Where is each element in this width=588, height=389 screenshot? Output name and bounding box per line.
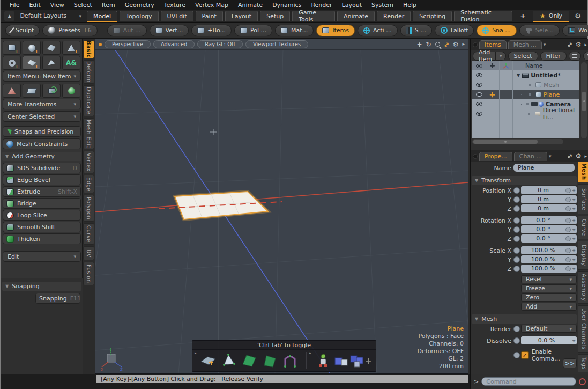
mesh-constraints-button[interactable]: Mesh Constraints <box>3 138 81 149</box>
rotate-tool-button[interactable] <box>42 84 61 98</box>
raygl-button[interactable]: Ray GL: Off <box>197 40 243 48</box>
mini-slider-icon[interactable] <box>565 197 571 202</box>
view-type-button[interactable]: Perspective <box>105 40 151 48</box>
tab-basic[interactable]: Basic <box>83 40 94 58</box>
zoom-icon[interactable] <box>435 42 440 47</box>
vertical-scrollbar[interactable] <box>581 62 587 138</box>
panel-arrow-icon[interactable]: ▸ <box>584 42 587 47</box>
spinner-icon[interactable]: ◂▸ <box>572 188 575 193</box>
layout-tab-scripting[interactable]: Scripting <box>413 11 452 21</box>
spinner-icon[interactable]: ◂▸ <box>572 206 575 211</box>
tree-expand-icon[interactable]: ▼ <box>517 73 520 78</box>
scale-z-field[interactable]: 100.0 % ◂▸ <box>521 265 577 273</box>
layout-tab-game-tools[interactable]: Game Tools <box>292 11 335 21</box>
tab-user-channels[interactable]: User Channels <box>578 305 588 353</box>
more-transforms-dropdown[interactable]: More Transforms ▾ <box>3 99 81 109</box>
record-macro-icon[interactable] <box>579 378 586 385</box>
edit-dropdown[interactable]: Edit ▾ <box>3 251 81 262</box>
shading-mode-button[interactable]: Advanced <box>153 40 195 48</box>
menu-render[interactable]: Render <box>307 2 336 9</box>
tab-display[interactable]: Display <box>578 241 588 270</box>
gear-icon[interactable]: ⚙ <box>576 41 582 48</box>
tab-duplicate[interactable]: Duplicate <box>83 85 94 116</box>
menu-vertex-map[interactable]: Vertex Map <box>191 2 233 9</box>
extrude-button[interactable]: Extrude Shift-X <box>3 186 81 197</box>
snapping-toggle-button[interactable]: Snapping F11 <box>35 293 80 304</box>
tab-vertex[interactable]: Vertex <box>83 151 94 173</box>
position-x-field[interactable]: 0 m ◂▸ <box>521 186 577 194</box>
spinner-icon[interactable]: ◂▸ <box>572 218 575 223</box>
chevron-down-icon[interactable]: ▾ <box>549 153 552 159</box>
rotation-x-field[interactable]: 0.0 ° ◂▸ <box>521 216 577 224</box>
polygon-tool-button[interactable] <box>3 84 21 98</box>
sds-subdivide-button[interactable]: SDS Subdivide D <box>3 163 81 173</box>
snapping-section-header[interactable]: ▼ Snapping <box>2 282 81 291</box>
tab-deform[interactable]: Deform <box>83 60 94 84</box>
gear-icon[interactable]: ⚙ <box>572 11 584 21</box>
layout-tab-setup[interactable]: Setup <box>260 11 290 21</box>
mini-slider-icon[interactable] <box>565 206 571 211</box>
menu-help[interactable]: Help <box>399 2 421 9</box>
freeze-dropdown[interactable]: Freeze ▾ <box>521 284 577 292</box>
channel-state-icon[interactable] <box>513 226 520 233</box>
scale-y-field[interactable]: 100.0 % ◂▸ <box>521 255 577 263</box>
channel-state-icon[interactable] <box>513 337 520 344</box>
menu-dynamics[interactable]: Dynamics <box>268 2 306 9</box>
layout-tab-animate[interactable]: Animate <box>337 11 375 21</box>
eye-icon[interactable] <box>476 92 482 97</box>
bridge-button[interactable]: Bridge <box>3 198 81 209</box>
horizontal-scrollbar[interactable] <box>472 139 563 144</box>
spinner-icon[interactable]: ◂▸ <box>572 257 575 262</box>
pan-icon[interactable]: + <box>417 41 422 48</box>
tab-uv[interactable]: UV <box>83 246 94 260</box>
snaps-and-precision-button[interactable]: Snaps and Precision <box>3 126 81 137</box>
panel-corner-icon[interactable] <box>473 154 478 159</box>
gear-icon[interactable]: ⚙ <box>453 41 459 48</box>
spinner-icon[interactable]: ◂▸ <box>572 338 575 343</box>
new-cylinder-button[interactable] <box>42 41 61 55</box>
menu-file[interactable]: File <box>5 2 24 9</box>
falloff-button[interactable]: Falloff <box>435 25 474 36</box>
scale-x-field[interactable]: 100.0 % ◂▸ <box>521 246 577 254</box>
rotate-icon[interactable]: ↻ <box>426 41 431 48</box>
mesh-ops-group-tool-icon[interactable] <box>349 353 366 368</box>
layout-tab-paint[interactable]: Paint <box>196 11 223 21</box>
channel-state-icon[interactable] <box>513 196 520 203</box>
smooth-shift-button[interactable]: Smooth Shift <box>3 222 81 232</box>
3d-viewport[interactable]: Perspective Advanced Ray GL: Off Viewpor… <box>95 39 468 374</box>
name-field[interactable]: Plane <box>513 164 575 172</box>
select-through-button[interactable]: Sele... <box>519 25 560 36</box>
tab-mesh-edit[interactable]: Mesh Edit <box>83 118 94 149</box>
channel-state-icon[interactable] <box>513 326 520 332</box>
thicken-button[interactable]: Thicken <box>3 233 81 244</box>
tab-edge[interactable]: Edge <box>83 175 94 193</box>
action-center-button[interactable]: Acti ... <box>358 25 398 36</box>
item-row-scene[interactable]: ▼ Untitled* <box>472 70 579 80</box>
actor-tool-icon[interactable] <box>315 353 332 368</box>
new-sphere-button[interactable] <box>23 41 41 55</box>
pin-icon[interactable]: ▲ <box>4 11 14 21</box>
channel-state-icon[interactable] <box>513 217 520 224</box>
channel-state-icon[interactable] <box>513 256 520 263</box>
snapping-button[interactable]: Sna ... <box>477 25 517 36</box>
add-dropdown[interactable]: Add ▾ <box>521 303 577 311</box>
eye-icon[interactable] <box>476 83 482 87</box>
tab-curve[interactable]: Curve <box>83 223 94 245</box>
add-layout-tab-button[interactable]: + <box>515 12 531 20</box>
mini-slider-icon[interactable] <box>565 257 571 262</box>
boundary-mode-button[interactable]: +Bo... <box>191 25 232 36</box>
reset-dropdown[interactable]: Reset ▾ <box>521 275 577 283</box>
arch-tool-icon[interactable] <box>281 353 299 368</box>
panel-arrow-icon[interactable]: ▸ <box>462 42 465 47</box>
tab-curve-props[interactable]: Curve <box>578 216 588 239</box>
center-selected-dropdown[interactable]: Center Selected ▾ <box>3 111 81 122</box>
layout-tab-uvedit[interactable]: UVEdit <box>161 11 193 21</box>
render-dropdown[interactable]: Default ▾ <box>521 325 577 333</box>
new-torus-button[interactable] <box>3 56 21 70</box>
mesh-section-header[interactable]: ▼ Mesh <box>472 314 577 324</box>
scrollbar-thumb[interactable] <box>473 140 538 144</box>
mini-slider-icon[interactable] <box>565 266 571 271</box>
work-plane-button[interactable]: Wo... <box>562 25 588 36</box>
tab-properties[interactable]: Prope... <box>479 152 512 161</box>
layout-tab-schematic-fusion[interactable]: Schematic Fusion <box>454 11 512 21</box>
